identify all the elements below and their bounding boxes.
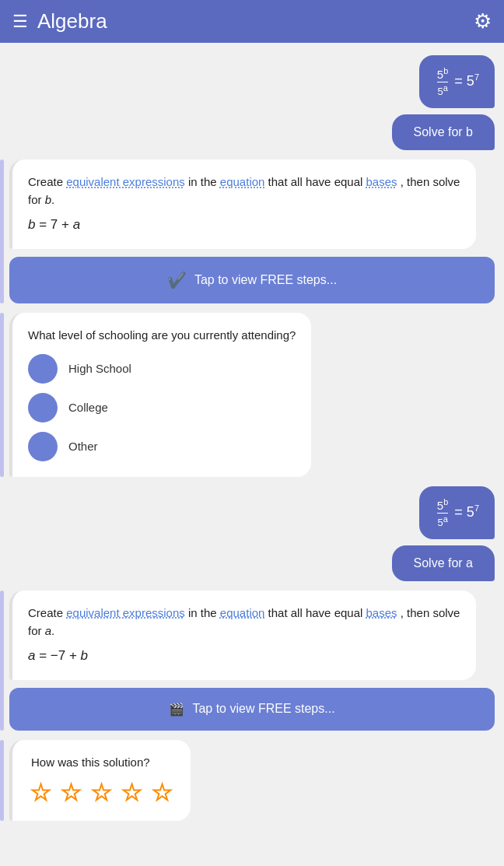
steps-btn-label-1: Tap to view FREE steps...	[194, 273, 337, 287]
bot-response-2: Create equivalent expressions in the equ…	[9, 591, 495, 731]
option-college[interactable]: College	[28, 393, 296, 422]
steps-btn-label-2: Tap to view FREE steps...	[192, 702, 334, 716]
bot-question-wrapper: What level of schooling are you currentl…	[9, 313, 495, 477]
denominator: 5a	[437, 82, 447, 97]
response-text-mid1: in the	[188, 175, 220, 188]
response-text-mid1-2: in the	[188, 606, 220, 619]
option-label-high-school: High School	[68, 362, 131, 375]
menu-icon[interactable]: ☰	[12, 12, 28, 32]
bot-response-2-wrapper: Create equivalent expressions in the equ…	[9, 591, 495, 731]
link-equation-2[interactable]: equation	[220, 606, 265, 619]
link-bases[interactable]: bases	[366, 175, 397, 188]
user-message-2: 5b 5a = 57 Solve for a	[9, 486, 495, 581]
num-sup: b	[443, 66, 448, 75]
accent-bar-3	[0, 591, 4, 731]
checkmark-icon: ✔️	[167, 271, 187, 289]
star-3[interactable]: ★	[92, 780, 111, 805]
question-text: What level of schooling are you currentl…	[28, 328, 296, 342]
result-b-var: b	[81, 648, 88, 663]
free-steps-button-2[interactable]: 🎬 Tap to view FREE steps...	[9, 688, 495, 731]
response-bubble-1: Create equivalent expressions in the equ…	[9, 160, 476, 249]
link-equivalent-2[interactable]: equivalent expressions	[66, 606, 185, 619]
equals-sign-2: = 57	[454, 504, 479, 520]
app-header: ☰ Algebra ⚙	[0, 0, 504, 43]
user-message-1: 5b 5a = 57 Solve for b	[9, 55, 495, 150]
radio-high-school[interactable]	[28, 354, 58, 384]
math-bubble-1: 5b 5a = 57	[419, 55, 495, 108]
math-result-a: a = −7 + b	[28, 646, 460, 666]
rating-bubble: How was this solution? ★ ★ ★ ★ ★	[9, 740, 191, 821]
response-text-pre-2: Create	[28, 606, 66, 619]
page-title: Algebra	[37, 9, 474, 33]
rhs-sup-2: 7	[474, 503, 479, 513]
link-equivalent[interactable]: equivalent expressions	[66, 175, 185, 188]
option-label-college: College	[68, 401, 108, 414]
link-equation[interactable]: equation	[220, 175, 265, 188]
bot-response-1: Create equivalent expressions in the equ…	[9, 160, 495, 303]
result-b-expr: b	[28, 217, 35, 232]
chat-container: 5b 5a = 57 Solve for b Create equivalent…	[0, 43, 504, 833]
free-steps-button-1[interactable]: ✔️ Tap to view FREE steps...	[9, 257, 495, 303]
den-sup: a	[443, 83, 448, 93]
fraction-display-2: 5b 5a	[437, 497, 448, 528]
response-text-pre: Create	[28, 175, 66, 188]
result-a-expr: a	[28, 648, 35, 663]
equals-sign: = 57	[454, 73, 479, 89]
fraction-display: 5b 5a	[437, 66, 448, 97]
fraction-2: 5b 5a = 57	[435, 504, 479, 520]
bot-question-1: What level of schooling are you currentl…	[9, 313, 495, 477]
accent-bar-2	[0, 313, 4, 477]
denominator-2: 5a	[437, 514, 447, 528]
link-bases-2[interactable]: bases	[366, 606, 397, 619]
bot-rating-wrapper: How was this solution? ★ ★ ★ ★ ★	[9, 740, 495, 821]
option-high-school[interactable]: High School	[28, 354, 296, 384]
response-text-mid2: that all have equal	[268, 175, 366, 188]
num-sup-2: b	[443, 497, 448, 507]
rating-question: How was this solution?	[31, 756, 172, 769]
result-a-var: a	[73, 217, 80, 232]
den-sup-2: a	[443, 514, 448, 524]
solve-for-b-button[interactable]: Solve for b	[392, 114, 495, 150]
rhs-sup: 7	[474, 72, 479, 82]
numerator: 5b	[437, 66, 448, 82]
video-icon: 🎬	[169, 702, 184, 717]
gear-icon[interactable]: ⚙	[474, 9, 492, 33]
accent-bar-1	[0, 160, 4, 303]
star-2[interactable]: ★	[61, 780, 81, 805]
star-5[interactable]: ★	[152, 780, 172, 805]
italic-var-b: b	[45, 193, 51, 206]
fraction-1: 5b 5a = 57	[435, 73, 479, 89]
star-rating-row: ★ ★ ★ ★ ★	[31, 780, 172, 805]
solve-for-a-button[interactable]: Solve for a	[392, 545, 495, 581]
italic-var-a: a	[45, 624, 51, 637]
radio-other[interactable]	[28, 432, 58, 461]
star-1[interactable]: ★	[31, 780, 51, 805]
math-bubble-2: 5b 5a = 57	[419, 486, 495, 539]
option-label-other: Other	[68, 440, 98, 453]
response-bubble-2: Create equivalent expressions in the equ…	[9, 591, 476, 680]
bot-rating-1: How was this solution? ★ ★ ★ ★ ★	[9, 740, 495, 821]
accent-bar-4	[0, 740, 4, 821]
response-text-mid2-2: that all have equal	[268, 606, 366, 619]
bot-response-1-wrapper: Create equivalent expressions in the equ…	[9, 160, 495, 303]
math-result-b: b = 7 + a	[28, 215, 460, 235]
numerator-2: 5b	[437, 497, 448, 514]
schooling-question-bubble: What level of schooling are you currentl…	[9, 313, 311, 477]
star-4[interactable]: ★	[122, 780, 142, 805]
option-other[interactable]: Other	[28, 432, 296, 461]
option-list: High School College Other	[28, 354, 296, 461]
radio-college[interactable]	[28, 393, 58, 422]
